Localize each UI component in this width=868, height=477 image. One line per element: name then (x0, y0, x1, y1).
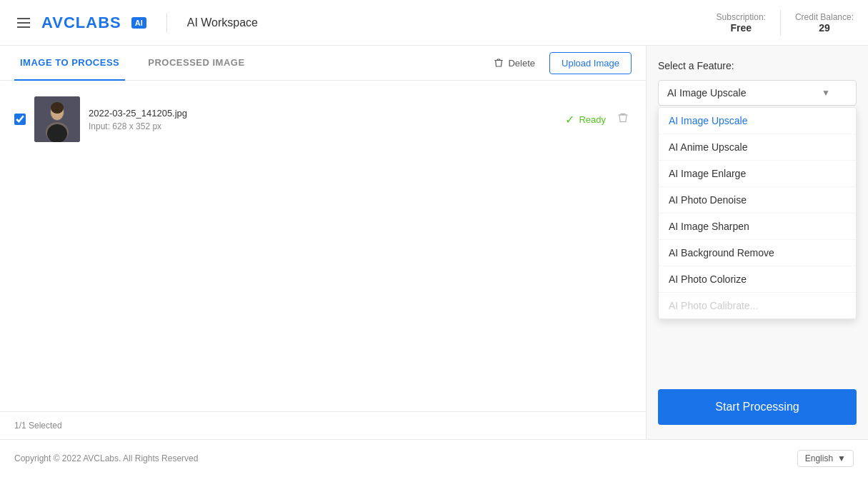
dropdown-item-bg-remove[interactable]: AI Background Remove (659, 240, 856, 266)
tabs-bar: IMAGE TO PROCESS PROCESSED IMAGE Delete … (0, 46, 646, 81)
left-panel: IMAGE TO PROCESS PROCESSED IMAGE Delete … (0, 46, 647, 439)
image-thumbnail (34, 96, 80, 142)
dropdown-item-sharpen[interactable]: AI Image Sharpen (659, 214, 856, 240)
chevron-down-icon: ▼ (822, 88, 830, 98)
tab-processed-image[interactable]: PROCESSED IMAGE (142, 46, 250, 81)
subscription-block: Subscription: Free (717, 12, 766, 34)
selected-count-bar: 1/1 Selected (0, 411, 646, 439)
image-dimensions: Input: 628 x 352 px (89, 121, 557, 131)
dropdown-item-upscale[interactable]: AI Image Upscale (659, 108, 856, 134)
menu-icon[interactable] (14, 15, 33, 31)
feature-select-display[interactable]: AI Image Upscale ▼ (658, 80, 857, 106)
image-filename: 2022-03-25_141205.jpg (89, 108, 557, 119)
copyright-text: Copyright © 2022 AVCLabs. All Rights Res… (14, 453, 198, 463)
credit-value: 29 (795, 22, 854, 34)
dropdown-item-colorize[interactable]: AI Photo Colorize (659, 266, 856, 293)
credit-label: Credit Balance: (795, 12, 854, 22)
logo-text: AVCLABS (41, 14, 121, 32)
subscription-label: Subscription: (717, 12, 766, 22)
feature-select-label: Select a Feature: (658, 60, 857, 71)
tab-actions: Delete Upload Image (488, 46, 632, 80)
status-check-icon: ✓ (565, 113, 574, 126)
footer: Copyright © 2022 AVCLabs. All Rights Res… (0, 439, 868, 477)
row-delete-button[interactable] (614, 109, 632, 129)
header-right: Subscription: Free Credit Balance: 29 (717, 10, 854, 36)
row-checkbox[interactable] (14, 114, 26, 125)
header-divider (166, 13, 167, 33)
status-text: Ready (579, 114, 606, 125)
selected-feature-text: AI Image Upscale (667, 87, 747, 99)
upload-button[interactable]: Upload Image (549, 52, 632, 74)
header-vert-divider (780, 10, 781, 36)
delete-label: Delete (508, 58, 535, 69)
header-left: AVCLABS AI AI Workspace (14, 13, 258, 33)
credit-block: Credit Balance: 29 (795, 12, 854, 34)
workspace-title: AI Workspace (187, 16, 258, 29)
language-selector[interactable]: English ▼ (797, 450, 854, 467)
tab-image-to-process[interactable]: IMAGE TO PROCESS (14, 46, 125, 81)
feature-dropdown-menu: AI Image Upscale AI Anime Upscale AI Ima… (658, 107, 857, 319)
header: AVCLABS AI AI Workspace Subscription: Fr… (0, 0, 868, 46)
image-status: ✓ Ready (565, 113, 606, 126)
dropdown-item-enlarge[interactable]: AI Image Enlarge (659, 161, 856, 187)
dropdown-item-calibrate[interactable]: AI Photo Calibrate... (659, 293, 856, 318)
trash-icon (494, 58, 504, 68)
feature-select-container: AI Image Upscale ▼ AI Image Upscale AI A… (658, 80, 857, 106)
svg-point-7 (51, 102, 64, 114)
start-processing-button[interactable]: Start Processing (658, 389, 857, 425)
delete-button[interactable]: Delete (488, 54, 541, 73)
language-text: English (805, 453, 833, 463)
portrait-svg (34, 96, 80, 142)
image-info: 2022-03-25_141205.jpg Input: 628 x 352 p… (89, 108, 557, 131)
logo-ai-badge: AI (131, 17, 146, 29)
main-content: IMAGE TO PROCESS PROCESSED IMAGE Delete … (0, 46, 868, 439)
svg-point-6 (47, 124, 67, 142)
dropdown-item-anime[interactable]: AI Anime Upscale (659, 134, 856, 161)
subscription-value: Free (717, 22, 766, 34)
right-panel: Select a Feature: AI Image Upscale ▼ AI … (647, 46, 868, 439)
selected-count: 1/1 Selected (14, 421, 62, 431)
lang-chevron-icon: ▼ (837, 453, 846, 463)
image-list: 2022-03-25_141205.jpg Input: 628 x 352 p… (0, 81, 646, 411)
dropdown-item-denoise[interactable]: AI Photo Denoise (659, 187, 856, 214)
row-trash-icon (617, 112, 629, 124)
table-row: 2022-03-25_141205.jpg Input: 628 x 352 p… (0, 88, 646, 151)
